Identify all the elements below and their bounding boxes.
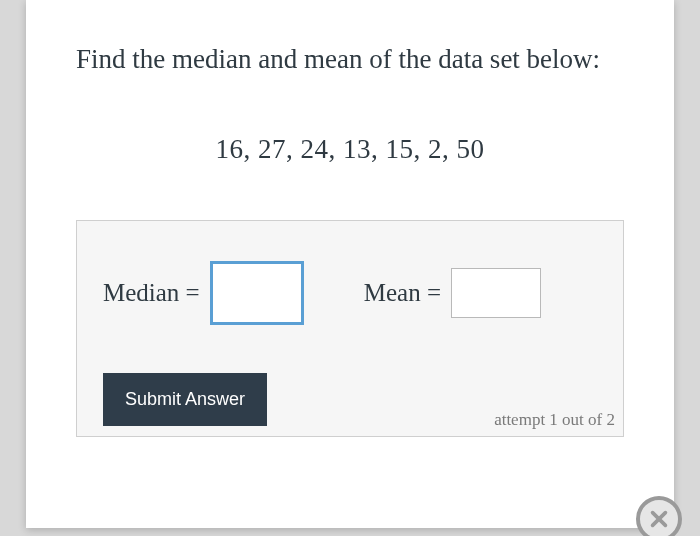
inputs-row: Median = Mean =: [103, 261, 597, 325]
median-label: Median =: [103, 279, 200, 307]
mean-label: Mean =: [364, 279, 441, 307]
answer-panel: Median = Mean = Submit Answer attempt 1 …: [76, 220, 624, 437]
data-set: 16, 27, 24, 13, 15, 2, 50: [76, 134, 624, 165]
close-button[interactable]: [636, 496, 682, 536]
mean-input[interactable]: [451, 268, 541, 318]
median-input[interactable]: [210, 261, 304, 325]
attempt-counter: attempt 1 out of 2: [494, 410, 615, 430]
submit-answer-button[interactable]: Submit Answer: [103, 373, 267, 426]
question-card: Find the median and mean of the data set…: [26, 0, 674, 528]
close-icon: [648, 508, 670, 530]
question-prompt: Find the median and mean of the data set…: [76, 40, 624, 79]
